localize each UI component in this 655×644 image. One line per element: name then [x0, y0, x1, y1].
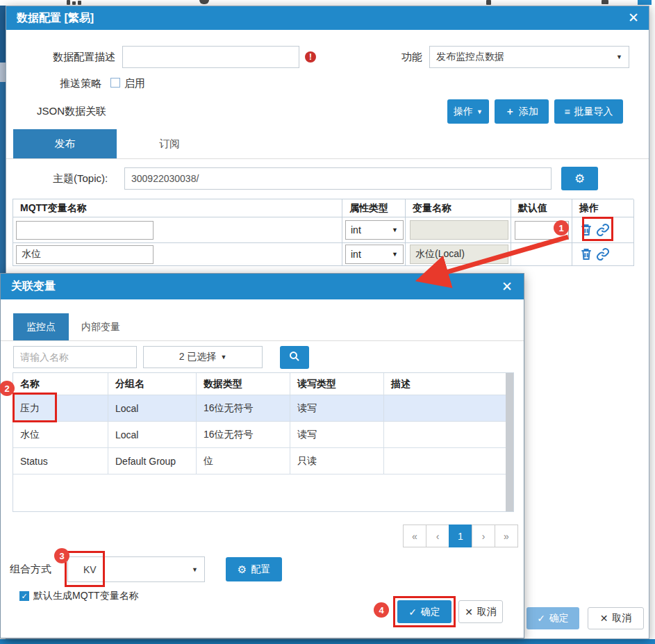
search-icon: [288, 350, 301, 365]
enable-checkbox[interactable]: [110, 78, 120, 88]
col-header-var-name: 变量名称: [406, 199, 511, 217]
col-header-actions: 操作: [572, 199, 634, 217]
selected-filter-dropdown[interactable]: 2 已选择 ▼: [143, 346, 263, 368]
delete-icon[interactable]: [579, 247, 593, 261]
table-row: [511, 243, 572, 266]
search-button[interactable]: [280, 346, 309, 369]
required-warning-icon: !: [305, 51, 316, 63]
tab-monitor-points-label: 监控点: [26, 321, 56, 333]
config-button[interactable]: ⚙ 配置: [226, 557, 282, 581]
mqtt-variable-table: MQTT变量名称 属性类型 变量名称 默认值 操作 int ▼: [13, 199, 633, 266]
link-variable-icon[interactable]: [596, 247, 610, 261]
table-row: [13, 217, 342, 243]
table-row-status[interactable]: Status Default Group 位 只读: [13, 448, 513, 474]
push-policy-label: 推送策略: [60, 77, 101, 90]
close-icon[interactable]: ✕: [628, 11, 639, 24]
var-name-display: 水位(Local): [410, 245, 508, 264]
search-input[interactable]: [13, 346, 137, 368]
function-label: 功能: [401, 51, 422, 64]
cell-desc: [384, 395, 506, 422]
table-row: [511, 217, 572, 243]
cell-group: Local: [108, 395, 197, 422]
cell-desc: [384, 422, 506, 448]
check-icon: ✓: [408, 606, 417, 618]
operations-button-label: 操作: [454, 106, 473, 118]
combine-mode-select[interactable]: KV ▼: [67, 556, 205, 582]
table-row-pressure[interactable]: 压力 Local 16位无符号 读写: [13, 395, 513, 422]
pagination-last[interactable]: »: [495, 525, 518, 547]
col-header-mqtt-name: MQTT变量名称: [13, 199, 342, 217]
pagination-first[interactable]: «: [403, 525, 426, 547]
chevron-down-icon: ▼: [616, 53, 622, 60]
attr-type-value: int: [351, 249, 361, 260]
pagination-page-1[interactable]: 1: [449, 525, 472, 547]
tab-publish[interactable]: 发布: [13, 129, 117, 158]
list-icon: ≡: [564, 106, 570, 117]
table-row: int ▼: [342, 217, 406, 243]
data-config-dialog-header: 数据配置 [繁易] ✕: [6, 6, 649, 30]
background-sidebar-strip: [0, 6, 6, 63]
default-value-input[interactable]: [515, 221, 569, 240]
outer-cancel-label: 取消: [612, 612, 631, 625]
var-name-display: [410, 220, 508, 240]
generate-mqtt-name-checkbox[interactable]: ✓: [19, 591, 29, 601]
function-select[interactable]: 发布监控点数据 ▼: [429, 46, 629, 68]
link-variable-modal-title: 关联变量: [11, 279, 56, 294]
outer-cancel-button[interactable]: ✕ 取消: [588, 607, 644, 629]
table-row: [572, 243, 634, 266]
x-icon: ✕: [465, 606, 473, 618]
tab-publish-label: 发布: [55, 138, 76, 151]
link-variable-modal-header: 关联变量 ✕: [1, 274, 524, 299]
pagination-next[interactable]: ›: [472, 525, 495, 547]
attr-type-value: int: [351, 224, 361, 236]
delete-icon[interactable]: [579, 223, 593, 237]
col-header-desc: 描述: [384, 373, 506, 395]
outer-ok-button[interactable]: ✓ 确定: [527, 607, 579, 629]
inner-cancel-label: 取消: [477, 606, 497, 618]
batch-import-button-label: 批量导入: [574, 106, 613, 118]
table-scrollbar[interactable]: [506, 373, 513, 511]
table-row: [13, 243, 342, 266]
data-config-dialog-title: 数据配置 [繁易]: [17, 11, 94, 26]
chevron-down-icon: ▼: [476, 108, 483, 115]
variable-table: 名称 分组名 数据类型 读写类型 描述 压力 Local 16位无符号 读写 水…: [13, 372, 514, 512]
mqtt-name-input[interactable]: [16, 245, 154, 264]
tab-subscribe[interactable]: 订阅: [117, 129, 222, 158]
cell-desc: [384, 448, 506, 474]
selected-filter-value: 2 已选择: [179, 351, 217, 363]
background-toolbar-fragment: [486, 0, 491, 5]
enable-label: 启用: [124, 77, 145, 90]
operations-button[interactable]: 操作 ▼: [447, 99, 489, 124]
background-toolbar-fragment: [72, 1, 76, 5]
tab-internal-variables[interactable]: 内部变量: [69, 313, 133, 340]
attr-type-select[interactable]: int ▼: [345, 220, 404, 240]
tab-divider: [6, 158, 649, 159]
tab-internal-variables-label: 内部变量: [81, 321, 120, 333]
inner-cancel-button[interactable]: ✕ 取消: [458, 600, 503, 623]
topic-settings-button[interactable]: ⚙: [561, 167, 598, 190]
link-variable-icon[interactable]: [596, 223, 610, 237]
table-row: int ▼: [342, 243, 406, 266]
inner-ok-button[interactable]: ✓ 确定: [397, 600, 451, 623]
gear-icon: ⚙: [574, 172, 585, 185]
close-icon[interactable]: ✕: [501, 280, 513, 293]
cell-datatype: 位: [197, 448, 290, 474]
col-header-attr-type: 属性类型: [342, 199, 406, 217]
desc-input[interactable]: [122, 46, 299, 68]
combine-mode-label: 组合方式: [10, 563, 51, 576]
col-header-rw: 读写类型: [290, 373, 384, 395]
mqtt-name-input[interactable]: [16, 221, 154, 240]
add-button[interactable]: ＋ 添加: [495, 99, 549, 124]
screen: 数据配置 [繁易] ✕ 数据配置描述 ! 功能 发布监控点数据 ▼ 推送策略 启…: [0, 0, 655, 644]
cell-group: Local: [108, 422, 197, 448]
background-toolbar-fragment: [199, 0, 209, 4]
table-row-waterlevel[interactable]: 水位 Local 16位无符号 读写: [13, 422, 513, 448]
attr-type-select[interactable]: int ▼: [345, 245, 404, 264]
table-row: 水位(Local): [406, 243, 511, 266]
pagination-prev[interactable]: ‹: [426, 525, 449, 547]
chevron-down-icon: ▼: [392, 226, 398, 233]
batch-import-button[interactable]: ≡ 批量导入: [554, 99, 623, 124]
topic-input[interactable]: [124, 167, 552, 190]
tab-monitor-points[interactable]: 监控点: [13, 313, 69, 340]
inner-ok-label: 确定: [421, 606, 440, 618]
